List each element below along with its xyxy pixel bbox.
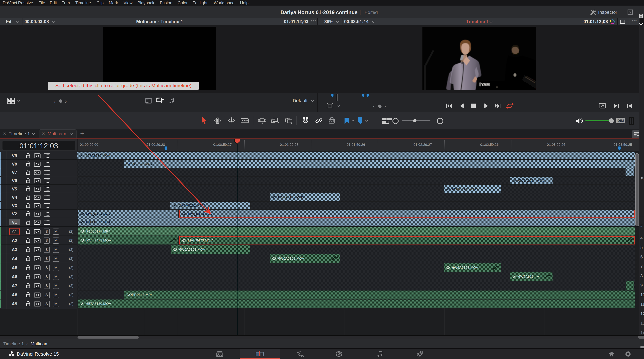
svg-text:YAM: YAM	[481, 82, 490, 87]
